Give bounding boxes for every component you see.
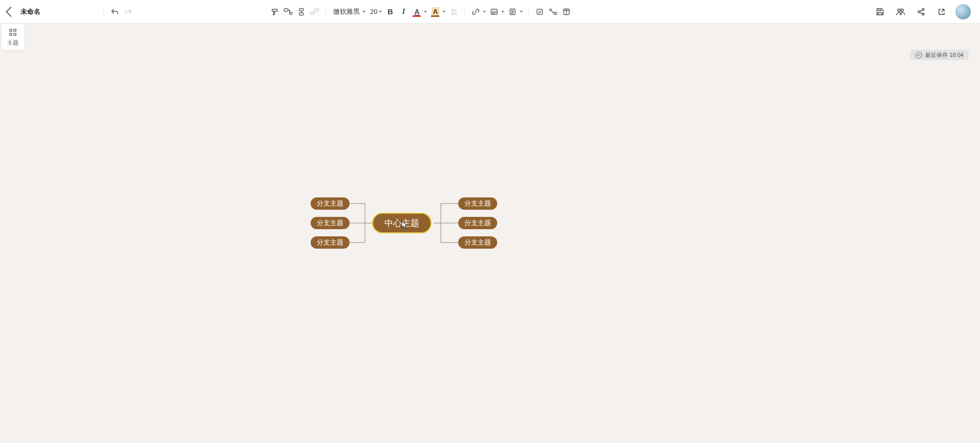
user-avatar[interactable] [955, 4, 971, 19]
branch-node-left-1[interactable]: 分支主题 [311, 217, 350, 229]
svg-point-13 [898, 9, 901, 11]
text-color-dropdown[interactable] [423, 11, 427, 13]
autosave-text: 最近保存 18:04 [925, 51, 964, 59]
back-icon[interactable] [6, 7, 16, 17]
toolbar-left: 未命名 [0, 7, 94, 16]
chevron-down-icon [483, 11, 486, 13]
svg-rect-5 [315, 9, 319, 11]
text-color-button[interactable]: A [410, 5, 423, 18]
svg-point-10 [550, 9, 552, 10]
share-button[interactable] [914, 5, 928, 18]
italic-button[interactable]: I [397, 5, 410, 18]
central-node[interactable]: 中心主题 [372, 213, 432, 233]
summary-button[interactable] [560, 5, 573, 18]
svg-point-20 [10, 33, 12, 35]
task-icon [536, 8, 544, 16]
svg-point-21 [14, 33, 16, 35]
format-painter-icon [271, 8, 279, 16]
format-painter-button[interactable] [268, 5, 281, 18]
toolbar: 未命名 微软雅黑 20 B I A [0, 0, 980, 24]
separator [104, 7, 104, 17]
link-button[interactable] [469, 5, 482, 18]
font-family-select[interactable]: 微软雅黑 [330, 7, 362, 16]
collaborators-button[interactable] [894, 5, 907, 18]
note-button[interactable] [506, 5, 519, 18]
bold-button[interactable]: B [383, 5, 397, 18]
branch-node-left-0[interactable]: 分支主题 [311, 197, 350, 210]
branch-node-left-2[interactable]: 分支主题 [311, 236, 350, 249]
autosave-badge: 最近保存 18:04 [910, 50, 969, 60]
insert-sibling-button[interactable] [295, 5, 308, 18]
summary-icon [562, 8, 570, 16]
svg-rect-0 [284, 9, 288, 11]
note-icon [508, 8, 517, 16]
toolbar-right [873, 4, 980, 19]
canvas[interactable]: 最近保存 18:04 分支主题 分支主题 分支主题 中心主题 分支主题 分支主题… [0, 24, 980, 443]
note-dropdown[interactable] [519, 11, 523, 13]
svg-rect-1 [290, 12, 292, 14]
save-icon [875, 7, 885, 16]
svg-point-18 [10, 29, 12, 31]
svg-rect-2 [299, 8, 303, 11]
save-button[interactable] [873, 5, 887, 18]
toolbar-center: 微软雅黑 20 B I A A [99, 5, 573, 18]
undo-icon [111, 8, 119, 16]
task-button[interactable] [533, 5, 546, 18]
highlight-color-dropdown[interactable] [442, 11, 446, 13]
svg-point-17 [922, 13, 924, 15]
theme-grid-icon [8, 28, 17, 37]
insert-subtopic-button[interactable] [281, 5, 295, 18]
branch-node-right-1[interactable]: 分支主题 [458, 217, 497, 229]
branch-node-right-0[interactable]: 分支主题 [458, 197, 497, 210]
chevron-down-icon [501, 11, 504, 13]
parent-icon [310, 8, 319, 16]
subtopic-icon [283, 8, 293, 16]
image-dropdown[interactable] [501, 11, 505, 13]
svg-rect-11 [554, 12, 557, 14]
chevron-down-icon [379, 11, 382, 13]
svg-rect-3 [299, 13, 303, 15]
open-external-button[interactable] [935, 5, 948, 18]
insert-parent-button[interactable] [308, 5, 321, 18]
svg-point-14 [901, 9, 904, 11]
collaborators-icon [895, 7, 906, 16]
highlight-letter: A [433, 8, 438, 15]
document-title[interactable]: 未命名 [21, 7, 40, 16]
highlight-color-button[interactable]: A [428, 5, 442, 18]
separator [325, 7, 326, 17]
relationship-icon [548, 8, 558, 16]
svg-point-19 [14, 29, 16, 31]
share-icon [916, 7, 926, 16]
chevron-down-icon [362, 11, 365, 13]
svg-point-15 [918, 11, 920, 13]
text-color-letter: A [414, 8, 419, 16]
redo-icon [124, 8, 132, 16]
font-family-dropdown[interactable] [362, 11, 366, 13]
image-button[interactable] [487, 5, 501, 18]
sibling-icon [297, 8, 305, 16]
image-icon [490, 8, 498, 16]
svg-rect-4 [311, 12, 313, 14]
separator [464, 7, 465, 17]
branch-node-right-2[interactable]: 分支主题 [458, 236, 497, 249]
external-icon [937, 8, 946, 16]
theme-panel-label: 主题 [7, 39, 18, 47]
clear-format-icon [450, 8, 458, 16]
svg-point-7 [493, 10, 494, 11]
theme-panel-button[interactable]: 主题 [1, 24, 25, 50]
highlight-swatch [431, 15, 439, 17]
link-dropdown[interactable] [482, 11, 486, 13]
font-size-select[interactable]: 20 [367, 8, 378, 15]
chevron-down-icon [424, 11, 427, 13]
font-size-dropdown[interactable] [378, 11, 382, 13]
clear-format-button[interactable] [447, 5, 460, 18]
svg-rect-9 [537, 9, 543, 14]
redo-button[interactable] [121, 5, 135, 18]
undo-button[interactable] [108, 5, 121, 18]
check-circle-icon [915, 52, 922, 58]
chevron-down-icon [520, 11, 523, 13]
text-color-swatch [413, 15, 421, 17]
svg-point-16 [922, 8, 924, 10]
relationship-button[interactable] [546, 5, 560, 18]
mindmap: 分支主题 分支主题 分支主题 中心主题 分支主题 分支主题 分支主题 [311, 194, 495, 267]
